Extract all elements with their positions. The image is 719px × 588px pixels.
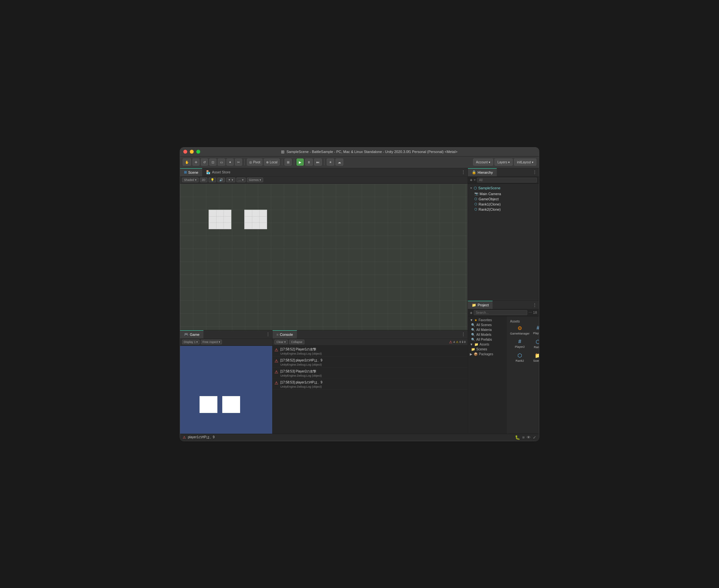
hierarchy-item-gameobject[interactable]: ⬡ GameObject — [468, 196, 539, 202]
asset-player2[interactable]: # Player2 — [509, 337, 531, 350]
layout-button[interactable]: initLayout ▾ — [514, 159, 536, 166]
scene-view — [180, 184, 467, 330]
audio-button[interactable]: 🔊 — [217, 177, 225, 182]
hierarchy-scene-root[interactable]: ▼ ⬡ SampleScene — [468, 185, 539, 191]
scene-object-1[interactable] — [208, 210, 231, 229]
proj-scenes-folder[interactable]: 📁 Scenes — [468, 347, 506, 352]
tab-scene[interactable]: ⊞ Scene — [180, 168, 202, 176]
transform-tool-button[interactable]: ✦ — [226, 159, 234, 166]
hierarchy-add-button[interactable]: + — [470, 177, 473, 183]
pivot-button[interactable]: ◎ Pivot — [247, 159, 262, 166]
scene-obj-2-grid — [245, 210, 267, 229]
cloud-button[interactable]: ☁ — [336, 159, 343, 166]
eye-icon[interactable]: 👁 — [526, 435, 531, 440]
asset-rank2[interactable]: ⬡ Rank2 — [509, 351, 531, 364]
aspect-button[interactable]: Free Aspect ▾ — [201, 340, 222, 344]
left-panel: ⊞ Scene 🏪 Asset Store ⋮ Shaded ▾ 2D 💡 🔊 … — [180, 168, 467, 434]
display-button[interactable]: Display 1 ▾ — [182, 340, 200, 344]
toolbar-sep-4 — [324, 159, 324, 165]
effects-button[interactable]: ✦ ▾ — [226, 177, 235, 182]
hierarchy-sep: ▾ — [474, 177, 476, 182]
shaded-button[interactable]: Shaded ▾ — [182, 177, 199, 182]
scene-panel-menu-icon[interactable]: ⋮ — [461, 170, 465, 175]
lights-button[interactable]: 💡 — [208, 177, 216, 182]
2d-button[interactable]: 2D — [200, 177, 208, 182]
collapse-button[interactable]: Collapse — [289, 340, 304, 344]
console-panel-menu-icon[interactable]: ⋮ — [461, 332, 465, 337]
maximize-button[interactable] — [196, 150, 200, 154]
search-icon4: 🔍 — [471, 338, 475, 341]
rank1-icon: ⬡ — [474, 202, 477, 206]
console-entry-sub: UnityEngine.Debug:Log (object) — [280, 352, 322, 355]
move-tool-button[interactable]: ✛ — [193, 159, 200, 166]
status-bar: ⚠ player1のHPは、9 🐛 ≡ 👁 ✓ — [180, 434, 539, 441]
proj-all-materia[interactable]: 🔍 All Materia — [468, 328, 506, 332]
hierarchy-lock-icon[interactable]: 🔒 — [472, 170, 476, 174]
console-panel-tabs: ≡ Console ⋮ — [273, 330, 467, 339]
local-button[interactable]: ⊕ Local — [264, 159, 280, 166]
rotate-tool-button[interactable]: ↺ — [201, 159, 208, 166]
bug-icon[interactable]: 🐛 — [515, 435, 520, 440]
assets-header[interactable]: ▼ 📁 Assets — [468, 342, 506, 347]
tab-console[interactable]: ≡ Console — [273, 330, 297, 338]
play-button[interactable]: ▶ — [297, 159, 304, 166]
clear-button[interactable]: Clear ▾ — [275, 340, 288, 344]
proj-all-scenes[interactable]: 🔍 All Scenes — [468, 322, 506, 328]
proj-all-models[interactable]: 🔍 All Models — [468, 332, 506, 337]
console-entry[interactable]: ⚠ [17:58:53] player1のHPは、9 UnityEngine.D… — [273, 379, 467, 390]
pause-button[interactable]: ⏸ — [305, 159, 313, 166]
hierarchy-item-main-camera[interactable]: 📷 Main Camera — [468, 191, 539, 196]
error-icon: ⚠ — [449, 340, 452, 344]
asset-player1[interactable]: # Player1 — [532, 324, 539, 336]
close-button[interactable] — [183, 150, 187, 154]
layers-status-icon[interactable]: ≡ — [522, 435, 525, 440]
rect-tool-button[interactable]: ▭ — [218, 159, 225, 166]
hand-tool-button[interactable]: ✋ — [183, 159, 191, 166]
tab-game[interactable]: 🎮 Game — [180, 330, 203, 338]
step-button[interactable]: ⏭ — [314, 159, 322, 166]
hierarchy-panel-menu-icon[interactable]: ⋮ — [533, 170, 537, 175]
packages-header[interactable]: ▶ 📦 Packages — [468, 352, 506, 357]
hierarchy-item-rank2[interactable]: ⬡ Rank2(Clone) — [468, 207, 539, 212]
collab-button[interactable]: ☀ — [327, 159, 334, 166]
layers-button[interactable]: Layers ▾ — [495, 159, 513, 166]
game-view — [180, 346, 272, 434]
game-panel-menu-icon[interactable]: ⋮ — [266, 332, 270, 337]
packages-folder-icon: 📦 — [474, 352, 478, 356]
project-add-button[interactable]: + — [470, 310, 473, 315]
scenes-asset-icon: 📁 — [535, 352, 539, 358]
asset-rank1[interactable]: ⬡ Rank1 — [532, 337, 539, 350]
minimize-button[interactable] — [190, 150, 194, 154]
hierarchy-item-rank1[interactable]: ⬡ Rank1(Clone) — [468, 202, 539, 207]
asset-gamemanager[interactable]: ⚙ GameManager — [509, 324, 531, 336]
scene-object-2[interactable] — [244, 210, 267, 229]
tab-hierarchy[interactable]: 🔒 Hierarchy — [468, 168, 497, 176]
favorites-header[interactable]: ▼ ★ Favorites — [468, 318, 506, 322]
custom-tool-button[interactable]: ✂ — [235, 159, 242, 166]
project-icon-count: ⋯ 18 — [528, 311, 537, 315]
console-counts: ⚠ 4 ⚠ 0 ℹ 0 — [449, 340, 465, 344]
scale-tool-button[interactable]: ⊡ — [209, 159, 216, 166]
tab-project[interactable]: 📁 Project — [468, 301, 493, 309]
console-entry[interactable]: ⚠ [17:58:52] player2のHPは、9 UnityEngine.D… — [273, 357, 467, 368]
console-entry-main: [17:58:53] Player2の攻撃 — [280, 369, 322, 374]
proj-all-prefabs[interactable]: 🔍 All Prefabs — [468, 337, 506, 342]
gizmos-button[interactable]: Gizmos ▾ — [247, 177, 263, 182]
hierarchy-search-input[interactable] — [477, 177, 537, 183]
tab-asset-store[interactable]: 🏪 Asset Store — [202, 168, 234, 176]
bottom-area: 🎮 Game ⋮ Display 1 ▾ Free Aspect ▾ — [180, 330, 467, 434]
game-object-2 — [222, 396, 240, 413]
console-entry-sub: UnityEngine.Debug:Log (object) — [280, 374, 322, 377]
check-icon[interactable]: ✓ — [533, 435, 536, 440]
center-button[interactable]: ⊞ — [284, 159, 292, 166]
console-entry[interactable]: ⚠ [17:58:53] Player2の攻撃 UnityEngine.Debu… — [273, 368, 467, 379]
scene-extras-button[interactable]: … ▾ — [237, 177, 246, 182]
game-object-1 — [200, 396, 217, 413]
project-search-input[interactable] — [474, 310, 527, 315]
asset-scenes[interactable]: 📁 Scenes — [532, 351, 539, 364]
local-icon: ⊕ — [266, 161, 269, 164]
account-button[interactable]: Account ▾ — [473, 159, 493, 166]
project-panel-menu-icon[interactable]: ⋮ — [533, 302, 537, 308]
warn-icon: ⚠ — [456, 340, 458, 343]
console-entry[interactable]: ⚠ [17:58:52] Player1の攻撃 UnityEngine.Debu… — [273, 346, 467, 357]
